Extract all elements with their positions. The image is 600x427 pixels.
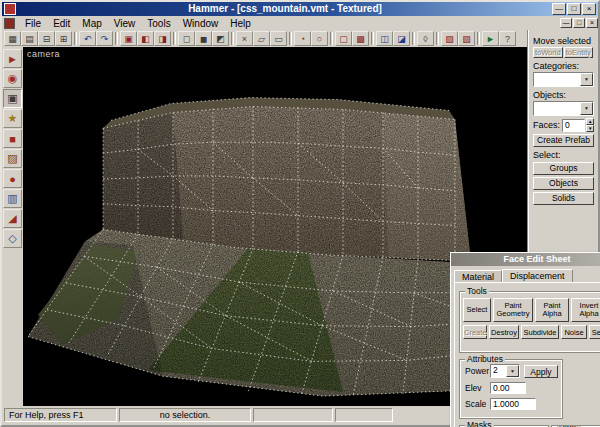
toggle-grid-button[interactable]: ▦ — [4, 31, 21, 46]
disp-destroy-button[interactable]: Destroy — [489, 325, 519, 339]
redo-button[interactable]: ↷ — [96, 31, 113, 46]
toolbar-separator — [477, 32, 480, 45]
copy-button[interactable]: ▱ — [253, 31, 270, 46]
displacement-tab-panel: Tools Select Paint Geometry Paint Alpha … — [454, 282, 600, 427]
toggle-3d-grid-button[interactable]: ▤ — [21, 31, 38, 46]
toolbar-separator — [289, 32, 292, 45]
group-button[interactable]: ◧ — [137, 31, 154, 46]
menu-window[interactable]: Window — [177, 17, 225, 30]
entity-tool[interactable]: ★ — [3, 109, 22, 128]
hide-unselected-button[interactable]: ◼ — [195, 31, 212, 46]
help-button[interactable]: ? — [499, 31, 516, 46]
edit-cordon-button[interactable]: ▩ — [352, 31, 369, 46]
disp-subdivide-button[interactable]: Subdivide — [521, 325, 559, 339]
tab-material[interactable]: Material — [454, 270, 502, 282]
texture-lock-button[interactable]: ◊ — [417, 31, 434, 46]
mdi-restore-button[interactable]: □ — [573, 18, 585, 28]
menu-tools[interactable]: Tools — [141, 17, 176, 30]
cut-button[interactable]: × — [236, 31, 253, 46]
minimize-button[interactable]: — — [552, 3, 566, 15]
apply-decals-tool[interactable]: ● — [3, 169, 22, 188]
mdi-close-button[interactable]: × — [586, 18, 598, 28]
grid-smaller-button[interactable]: ⊟ — [38, 31, 55, 46]
select-touching-button[interactable]: ◫ — [376, 31, 393, 46]
dialog-title-bar[interactable]: Face Edit Sheet — [451, 253, 600, 266]
document-icon[interactable] — [4, 18, 15, 29]
displacement-mask-button[interactable]: ▧ — [458, 31, 475, 46]
texture-application-button[interactable]: ▨ — [441, 31, 458, 46]
disp-noise-button[interactable]: Noise — [561, 325, 587, 339]
disp-select-button[interactable]: Select — [463, 298, 491, 322]
mdi-minimize-button[interactable]: — — [560, 18, 572, 28]
camera-tool[interactable]: ▣ — [3, 89, 22, 108]
apply-button[interactable]: Apply — [524, 365, 558, 378]
menu-bar: File Edit Map View Tools Window Help — □… — [2, 16, 598, 31]
elev-input[interactable]: 0.00 — [490, 382, 526, 394]
magnify-tool[interactable]: ◉ — [3, 69, 22, 88]
carve-button[interactable]: ◔ — [294, 31, 311, 46]
objects-select[interactable]: ▼ — [533, 101, 594, 116]
grid-larger-button[interactable]: ⊞ — [55, 31, 72, 46]
paint-alpha-button[interactable]: Paint Alpha — [535, 298, 569, 322]
categories-select[interactable]: ▼ — [533, 72, 594, 87]
run-map-button[interactable]: ► — [482, 31, 499, 46]
elev-row: Elev 0.00 — [465, 382, 562, 394]
window-title: Hammer - [css_mountain.vmt - Textured] — [19, 2, 551, 16]
block-tool[interactable]: ■ — [3, 129, 22, 148]
tools-group-label: Tools — [465, 286, 489, 296]
create-prefab-button[interactable]: Create Prefab — [533, 134, 594, 147]
undo-button[interactable]: ↶ — [79, 31, 96, 46]
elev-label: Elev — [465, 383, 490, 393]
make-hollow-button[interactable]: ○ — [311, 31, 328, 46]
scale-row: Scale 1.0000 — [465, 398, 562, 410]
vertex-tool[interactable]: ◇ — [3, 229, 22, 248]
restore-button[interactable]: □ — [567, 3, 581, 15]
show-hidden-button[interactable]: ◩ — [212, 31, 229, 46]
spin-down-icon[interactable]: ▼ — [586, 125, 594, 132]
menu-view[interactable]: View — [108, 17, 142, 30]
selection-tool[interactable]: ► — [3, 49, 22, 68]
menu-help[interactable]: Help — [224, 17, 257, 30]
scale-input[interactable]: 1.0000 — [490, 398, 536, 410]
tab-displacement[interactable]: Displacement — [502, 269, 573, 282]
paste-button[interactable]: ▭ — [270, 31, 287, 46]
overlay-tool[interactable]: ▥ — [3, 189, 22, 208]
texture-application-tool[interactable]: ▨ — [3, 149, 22, 168]
toggle-group-ignore-button[interactable]: ▣ — [120, 31, 137, 46]
menu-file[interactable]: File — [19, 17, 47, 30]
faces-spinner[interactable]: ▲▼ — [586, 118, 594, 132]
toolbar-separator — [115, 32, 118, 45]
menu-edit[interactable]: Edit — [47, 17, 76, 30]
toggle-cordon-button[interactable]: ▢ — [335, 31, 352, 46]
toolbar-separator — [412, 32, 415, 45]
select-partial-button[interactable]: ◪ — [393, 31, 410, 46]
toolbar-separator — [436, 32, 439, 45]
select-objects-button[interactable]: Objects — [533, 177, 594, 190]
spin-up-icon[interactable]: ▲ — [586, 118, 594, 125]
disp-create-button[interactable]: Create — [463, 325, 487, 339]
ungroup-button[interactable]: ◨ — [154, 31, 171, 46]
objects-dropdown-icon[interactable]: ▼ — [580, 102, 593, 115]
categories-dropdown-icon[interactable]: ▼ — [580, 73, 593, 86]
attributes-group: Attributes Power 2 ▼ Apply Elev 0.00 Sca… — [459, 359, 563, 419]
masks-group-label: Masks — [465, 420, 494, 427]
power-dropdown-icon[interactable]: ▼ — [506, 365, 519, 377]
status-grid-info — [335, 408, 393, 422]
select-label: Select: — [533, 150, 594, 160]
hide-selected-button[interactable]: ◻ — [178, 31, 195, 46]
paint-geometry-button[interactable]: Paint Geometry — [493, 298, 533, 322]
close-button[interactable]: × — [582, 3, 596, 15]
select-solids-button[interactable]: Solids — [533, 192, 594, 205]
faces-input[interactable]: 0 — [562, 119, 585, 132]
select-groups-button[interactable]: Groups — [533, 162, 594, 175]
power-select[interactable]: 2 ▼ — [490, 364, 520, 378]
disp-sew-button[interactable]: Sew — [589, 325, 600, 339]
invert-alpha-button[interactable]: Invert Alpha — [571, 298, 600, 322]
main-toolbar: ▦ ▤ ⊟ ⊞ ↶ ↷ ▣ ◧ ◨ ◻ ◼ ◩ × ▱ ▭ ◔ ○ ▢ ▩ ◫ … — [2, 30, 528, 48]
clipping-tool[interactable]: ◢ — [3, 209, 22, 228]
menu-map[interactable]: Map — [76, 17, 107, 30]
to-entity-button[interactable]: toEntity — [564, 47, 594, 58]
face-edit-sheet-dialog[interactable]: Face Edit Sheet Material Displacement To… — [450, 252, 600, 427]
face-edit-tabs: Material Displacement — [454, 269, 600, 282]
to-world-button[interactable]: toWorld — [533, 47, 563, 58]
